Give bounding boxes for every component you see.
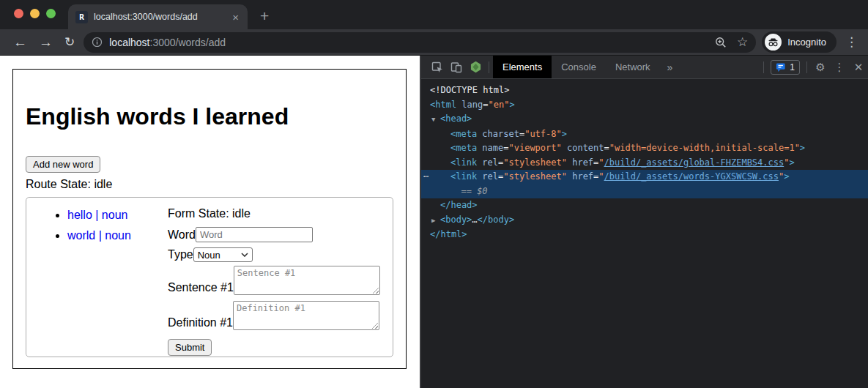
code-line[interactable]: <link rel="stylesheet" href="/build/_ass… bbox=[421, 156, 868, 171]
devtools-menu-icon[interactable]: ⋮ bbox=[830, 58, 849, 77]
tab-strip: R localhost:3000/words/add × + bbox=[0, 0, 868, 29]
toolbar-separator bbox=[489, 61, 489, 73]
node-menu-icon[interactable]: ⋯ bbox=[423, 170, 429, 184]
route-state-text: Route State: idle bbox=[26, 178, 393, 191]
issues-icon bbox=[776, 62, 786, 72]
add-new-word-button[interactable]: Add new word bbox=[26, 156, 100, 173]
forward-button[interactable]: → bbox=[39, 35, 53, 49]
word-label: Word bbox=[168, 228, 196, 242]
sentence-label: Sentence #1 bbox=[168, 281, 234, 295]
code-line[interactable]: ▶<body>…</body> bbox=[421, 213, 868, 228]
web-page: English words I learned Add new word Rou… bbox=[0, 56, 420, 388]
tab-network[interactable]: Network bbox=[606, 56, 660, 78]
expand-arrow-icon[interactable]: ▶ bbox=[431, 214, 440, 228]
zoom-indicator-icon[interactable] bbox=[715, 37, 727, 48]
add-word-form: Form State: idle Word Type Noun bbox=[168, 198, 380, 357]
app-container: English words I learned Add new word Rou… bbox=[12, 69, 407, 369]
code-line[interactable]: ⋯<link rel="stylesheet" href="/build/_as… bbox=[421, 170, 868, 184]
form-state-text: Form State: idle bbox=[168, 207, 251, 220]
incognito-label: Incognito bbox=[787, 37, 826, 48]
url-host: localhost bbox=[109, 37, 149, 48]
url-text: localhost:3000/words/add bbox=[109, 37, 715, 48]
back-button[interactable]: ← bbox=[13, 35, 27, 49]
code-line[interactable]: <!DOCTYPE html> bbox=[421, 83, 868, 98]
device-toolbar-icon[interactable] bbox=[447, 58, 466, 77]
words-panel: hello | nounworld | noun Form State: idl… bbox=[26, 197, 393, 357]
word-list-item: hello | noun bbox=[67, 209, 168, 222]
settings-gear-icon[interactable]: ⚙ bbox=[811, 58, 830, 77]
bookmark-star-icon[interactable]: ☆ bbox=[737, 36, 748, 48]
code-line[interactable]: <meta name="viewport" content="width=dev… bbox=[421, 141, 868, 156]
browser-window: R localhost:3000/words/add × + ← → ↻ loc… bbox=[0, 0, 868, 388]
code-line[interactable]: </html> bbox=[421, 228, 868, 242]
page-title: English words I learned bbox=[26, 103, 393, 130]
fullscreen-window-button[interactable] bbox=[46, 9, 56, 18]
close-window-button[interactable] bbox=[14, 9, 23, 18]
type-label: Type bbox=[168, 248, 193, 261]
reload-button[interactable]: ↻ bbox=[64, 36, 75, 48]
collapse-arrow-icon[interactable]: ▼ bbox=[431, 113, 440, 127]
type-select-value: Noun bbox=[198, 250, 220, 261]
toolbar-separator bbox=[763, 61, 764, 73]
toolbar-separator bbox=[806, 61, 807, 73]
window-controls bbox=[14, 9, 56, 18]
address-bar[interactable]: localhost:3000/words/add ☆ bbox=[84, 32, 756, 53]
code-line[interactable]: </head> bbox=[421, 198, 868, 213]
word-link[interactable]: world | noun bbox=[67, 229, 131, 242]
code-line[interactable]: <meta charset="utf-8"> bbox=[421, 127, 868, 142]
extension-hexagon-icon[interactable] bbox=[466, 58, 485, 77]
more-tabs-icon[interactable]: » bbox=[667, 61, 673, 73]
issues-badge[interactable]: 1 bbox=[771, 60, 800, 75]
incognito-icon bbox=[765, 34, 782, 51]
code-line[interactable]: == $0 bbox=[421, 184, 868, 199]
word-list: hello | nounworld | noun bbox=[26, 209, 168, 357]
new-tab-button[interactable]: + bbox=[260, 9, 269, 23]
remix-favicon-icon: R bbox=[75, 11, 88, 23]
devtools-close-icon[interactable]: ✕ bbox=[849, 58, 868, 77]
code-line[interactable]: ▼<head> bbox=[421, 112, 868, 127]
word-list-item: world | noun bbox=[67, 229, 168, 242]
word-input[interactable] bbox=[196, 227, 313, 242]
definition-label: Definition #1 bbox=[168, 316, 233, 330]
devtools-toolbar: Elements Console Network » 1 ⚙ bbox=[421, 56, 868, 79]
tab-close-icon[interactable]: × bbox=[231, 11, 240, 23]
inspect-element-icon[interactable] bbox=[428, 58, 447, 77]
sentence-input[interactable] bbox=[234, 266, 380, 295]
browser-tab[interactable]: R localhost:3000/words/add × bbox=[68, 4, 248, 29]
url-path: :3000/words/add bbox=[150, 37, 226, 48]
chevron-down-icon bbox=[241, 253, 248, 257]
issues-count: 1 bbox=[790, 62, 795, 72]
tab-elements[interactable]: Elements bbox=[493, 56, 552, 78]
submit-button[interactable]: Submit bbox=[168, 339, 212, 356]
devtools-panel: Elements Console Network » 1 ⚙ bbox=[420, 56, 868, 388]
content-area: English words I learned Add new word Rou… bbox=[0, 56, 868, 388]
minimize-window-button[interactable] bbox=[30, 9, 40, 18]
word-link[interactable]: hello | noun bbox=[67, 209, 127, 221]
tab-title: localhost:3000/words/add bbox=[94, 12, 231, 22]
definition-input[interactable] bbox=[233, 301, 379, 330]
tab-console[interactable]: Console bbox=[552, 56, 606, 78]
browser-toolbar: ← → ↻ localhost:3000/words/add ☆ bbox=[0, 29, 868, 56]
type-select[interactable]: Noun bbox=[193, 247, 253, 262]
page-info-icon[interactable] bbox=[92, 37, 103, 48]
devtools-code: <!DOCTYPE html><html lang="en">▼<head><m… bbox=[421, 79, 868, 388]
code-line[interactable]: <html lang="en"> bbox=[421, 98, 868, 113]
browser-menu-icon[interactable]: ⋮ bbox=[845, 34, 858, 50]
incognito-badge: Incognito bbox=[762, 31, 837, 53]
